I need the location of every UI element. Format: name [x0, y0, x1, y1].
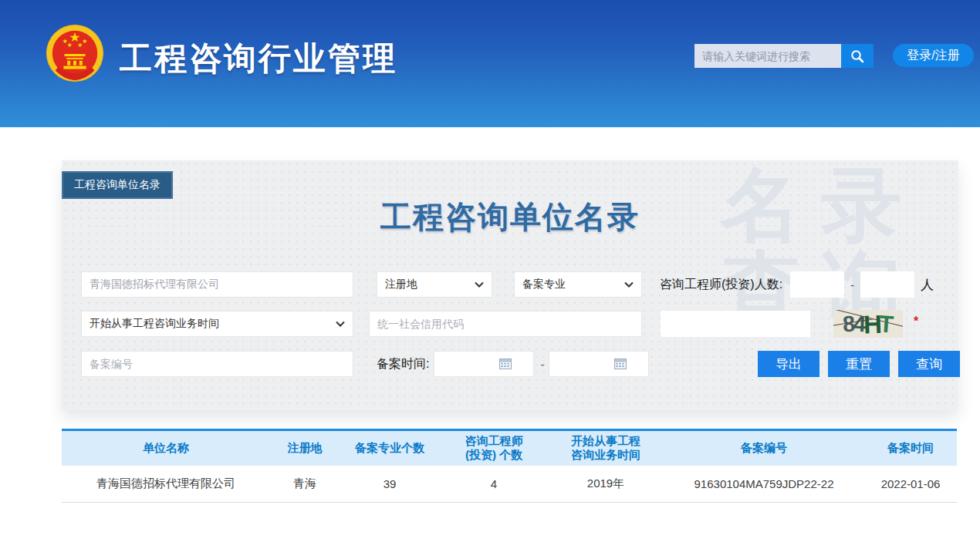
captcha-input[interactable] — [661, 311, 810, 337]
chevron-down-icon — [475, 281, 484, 288]
search-form-row-1: 注册地 备案专业 咨询工程师(投资)人数: - 人 — [81, 271, 943, 298]
results-table: 单位名称 注册地 备案专业个数 咨询工程师 (投资) 个数 开始从事工程 咨询业… — [62, 429, 957, 503]
record-time-label: 备案时间: — [377, 356, 429, 372]
record-time-end-date-input[interactable] — [549, 351, 649, 377]
background-watermark: 名录 查询 — [721, 163, 921, 330]
engineer-count-max-input[interactable] — [860, 271, 914, 298]
registration-place-select-value: 注册地 — [385, 278, 417, 291]
cell-registration-place: 青海 — [270, 466, 340, 503]
col-header-engineer-count: 咨询工程师 (投资) 个数 — [440, 430, 548, 466]
svg-text:★: ★ — [67, 42, 73, 49]
table-header-row: 单位名称 注册地 备案专业个数 咨询工程师 (投资) 个数 开始从事工程 咨询业… — [62, 430, 957, 466]
search-icon — [850, 49, 864, 63]
captcha-image[interactable]: 84HT — [833, 310, 903, 338]
svg-text:★: ★ — [82, 38, 87, 45]
range-dash: - — [850, 278, 854, 291]
cell-record-number: 91630104MA759JDP22-22 — [664, 466, 864, 503]
credit-code-input[interactable] — [369, 311, 642, 337]
export-button[interactable]: 导出 — [758, 351, 819, 377]
col-header-start-time: 开始从事工程 咨询业务时间 — [548, 430, 664, 466]
record-number-input[interactable] — [81, 351, 353, 377]
record-specialty-select-value: 备案专业 — [522, 278, 566, 291]
cell-record-time: 2022-01-06 — [864, 466, 957, 503]
search-form-row-3: 备案时间: - 导出 重置 — [81, 351, 943, 377]
chevron-down-icon — [336, 321, 345, 327]
col-header-record-number: 备案编号 — [664, 430, 864, 466]
reset-button[interactable]: 重置 — [828, 351, 890, 377]
engineer-count-min-input[interactable] — [790, 271, 844, 298]
search-button[interactable] — [841, 44, 874, 68]
search-input[interactable] — [694, 44, 841, 68]
start-business-time-select-value: 开始从事工程咨询业务时间 — [90, 317, 219, 331]
engineer-count-label: 咨询工程师(投资)人数: — [660, 277, 782, 293]
cell-engineer-count: 4 — [440, 466, 548, 503]
login-register-button[interactable]: 登录/注册 — [893, 44, 974, 67]
captcha-text: 84HT — [843, 311, 894, 337]
page-title: 工程咨询单位名录 — [62, 196, 958, 238]
col-header-registration-place: 注册地 — [270, 430, 340, 466]
cell-specialty-count: 39 — [340, 466, 440, 503]
record-specialty-select[interactable]: 备案专业 — [514, 271, 642, 298]
col-header-specialty-count: 备案专业个数 — [340, 430, 440, 466]
calendar-icon — [614, 359, 627, 369]
calendar-icon — [499, 359, 512, 369]
company-name-input[interactable] — [81, 271, 353, 298]
directory-search-panel: 名录 查询 工程咨询单位名录 工程咨询单位名录 注册地 备案专业 咨询工程师(投… — [62, 160, 958, 410]
required-asterisk: * — [914, 315, 918, 328]
registration-place-select[interactable]: 注册地 — [377, 271, 492, 298]
table-row[interactable]: 青海国德招标代理有限公司 青海 39 4 2019年 91630104MA759… — [62, 466, 957, 503]
site-header: ★ ★ ★ ★ ★ 工程咨询行业管理 登录/注册 — [0, 0, 980, 127]
col-header-unit-name: 单位名称 — [62, 430, 270, 466]
record-time-start-date-input[interactable] — [434, 351, 534, 377]
header-search — [694, 44, 874, 68]
cell-unit-name: 青海国德招标代理有限公司 — [62, 466, 270, 503]
site-title: 工程咨询行业管理 — [120, 37, 397, 80]
query-button[interactable]: 查询 — [898, 351, 960, 377]
start-business-time-select[interactable]: 开始从事工程咨询业务时间 — [81, 311, 353, 337]
engineer-count-unit: 人 — [921, 276, 934, 294]
tab-consulting-unit-directory[interactable]: 工程咨询单位名录 — [62, 171, 173, 199]
date-range-dash: - — [540, 358, 544, 371]
action-buttons: 导出 重置 查询 — [758, 351, 960, 377]
national-emblem-logo: ★ ★ ★ ★ ★ — [45, 23, 105, 85]
col-header-record-time: 备案时间 — [864, 430, 957, 466]
search-form-row-2: 开始从事工程咨询业务时间 84HT * — [81, 311, 943, 337]
cell-start-time: 2019年 — [548, 466, 664, 503]
chevron-down-icon — [624, 281, 634, 288]
